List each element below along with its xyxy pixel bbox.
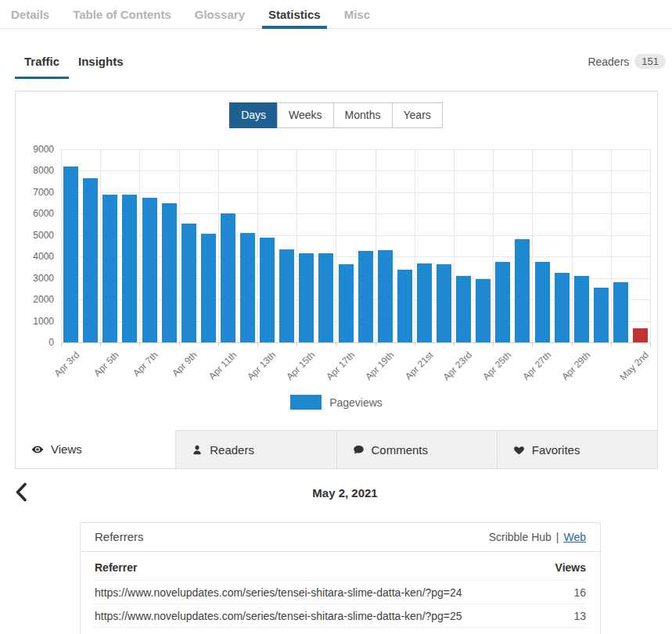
bar-apr-12th[interactable] (240, 233, 255, 342)
x-axis-tick-label: Apr 17th (324, 349, 357, 382)
bar-apr-4th[interactable] (83, 178, 98, 342)
tab-glossary[interactable]: Glossary (189, 0, 251, 29)
stats-sub-navigation: Traffic Insights (15, 48, 133, 79)
referrer-source-toggle: Scribble Hub | Web (489, 531, 586, 543)
legend-label-pageviews: Pageviews (329, 396, 383, 409)
bar-apr-28th[interactable] (555, 273, 570, 342)
x-axis-tick-label: Apr 7th (131, 349, 160, 378)
bar-apr-18th[interactable] (358, 251, 373, 342)
eye-icon (31, 443, 44, 456)
bar-apr-23rd[interactable] (456, 276, 471, 342)
previous-day-button[interactable] (14, 482, 30, 503)
tab-details[interactable]: Details (5, 0, 56, 29)
gridline (376, 149, 376, 342)
bar-apr-8th[interactable] (162, 203, 177, 342)
bar-may-1st[interactable] (613, 282, 628, 342)
bar-apr-11th[interactable] (221, 213, 235, 342)
gridline (100, 149, 101, 342)
metric-tab-label: Comments (372, 443, 429, 457)
y-axis-tick-label: 0 (20, 337, 54, 348)
column-views: Views (555, 561, 586, 574)
x-axis-tickmark (376, 342, 376, 346)
gridline (179, 149, 180, 342)
bar-apr-22nd[interactable] (437, 264, 451, 342)
y-axis-tick-label: 5000 (20, 230, 54, 241)
tab-traffic[interactable]: Traffic (15, 48, 69, 79)
referrers-header: Referrers Scribble Hub | Web (81, 523, 600, 552)
table-row: https://www.novelupdates.com/series/tens… (95, 580, 586, 604)
bar-apr-29th[interactable] (574, 276, 589, 342)
metric-tab-views[interactable]: Views (16, 430, 175, 468)
x-axis-tick-label: Apr 15th (285, 349, 318, 382)
bar-apr-10th[interactable] (201, 234, 216, 342)
source-separator: | (556, 531, 559, 543)
bar-apr-19th[interactable] (378, 250, 393, 342)
person-icon (192, 444, 203, 456)
legend-swatch-pageviews (290, 395, 322, 410)
bar-may-2nd[interactable] (633, 328, 648, 342)
gridline (218, 149, 219, 342)
x-axis-tickmark (650, 342, 651, 346)
gridline (296, 149, 297, 342)
bar-apr-13th[interactable] (260, 238, 275, 343)
readers-label: Readers (588, 56, 629, 68)
tab-insights[interactable]: Insights (69, 48, 133, 79)
bar-apr-25th[interactable] (495, 262, 510, 342)
bar-apr-26th[interactable] (515, 239, 530, 342)
x-axis-tick-label: Apr 23rd (441, 349, 474, 382)
bar-apr-21st[interactable] (417, 263, 432, 343)
gridline (532, 149, 533, 342)
x-axis-tickmark (100, 342, 101, 346)
x-axis-tick-label: Apr 27th (520, 349, 553, 382)
y-axis-tick-label: 9000 (20, 144, 54, 155)
metric-tab-label: Favorites (532, 443, 580, 457)
comment-icon (353, 444, 365, 456)
bar-apr-5th[interactable] (102, 195, 117, 342)
bar-apr-14th[interactable] (279, 249, 294, 342)
bar-apr-20th[interactable] (397, 270, 412, 342)
bar-apr-16th[interactable] (318, 253, 333, 342)
referrer-url-link[interactable]: https://www.novelupdates.com/series/tens… (95, 586, 462, 599)
source-scribble-hub-link[interactable]: Scribble Hub (489, 531, 552, 543)
referrers-panel: Referrers Scribble Hub | Web Referrer Vi… (80, 522, 601, 634)
bar-apr-17th[interactable] (339, 264, 354, 342)
bar-apr-27th[interactable] (535, 262, 550, 342)
metric-tab-comments[interactable]: Comments (336, 430, 497, 468)
referrer-url-link[interactable]: https://www.novelupdates.com/series/tens… (95, 610, 462, 622)
referrers-table: Referrer Views https://www.novelupdates.… (81, 552, 600, 634)
source-web-link[interactable]: Web (563, 531, 586, 543)
gridline (61, 170, 650, 171)
y-axis-tick-label: 3000 (20, 273, 54, 284)
tab-misc[interactable]: Misc (338, 0, 376, 29)
gridline (611, 149, 612, 342)
referrers-title: Referrers (95, 530, 144, 543)
x-axis-tickmark (139, 342, 140, 346)
bar-apr-9th[interactable] (181, 224, 196, 342)
x-axis-tickmark (572, 342, 573, 346)
bar-apr-30th[interactable] (594, 288, 609, 342)
gridline (336, 149, 336, 342)
x-axis-tickmark (532, 342, 533, 346)
bar-apr-24th[interactable] (476, 279, 491, 342)
y-axis-tick-label: 7000 (20, 187, 54, 198)
tab-statistics[interactable]: Statistics (262, 0, 327, 29)
current-date: May 2, 2021 (312, 486, 377, 500)
x-axis-tickmark (336, 342, 336, 346)
bar-apr-7th[interactable] (142, 198, 157, 342)
chevron-left-icon (14, 482, 27, 502)
metric-tab-readers[interactable]: Readers (175, 430, 336, 468)
x-axis-tick-label: Apr 21st (403, 349, 436, 382)
metric-tab-label: Views (51, 442, 82, 456)
x-axis-tick-label: Apr 13th (246, 349, 279, 382)
x-axis-tick-label: Apr 19th (363, 349, 396, 382)
tab-table-of-contents[interactable]: Table of Contents (66, 0, 178, 29)
y-axis-tick-label: 2000 (20, 294, 54, 305)
x-axis-tickmark (257, 342, 258, 346)
bar-apr-15th[interactable] (299, 253, 314, 342)
column-referrer: Referrer (95, 561, 137, 574)
metric-tab-favorites[interactable]: Favorites (497, 430, 657, 468)
heart-icon (513, 444, 525, 456)
x-axis-tick-label: Apr 29th (559, 349, 592, 382)
bar-apr-3rd[interactable] (63, 167, 78, 342)
bar-apr-6th[interactable] (122, 195, 137, 342)
